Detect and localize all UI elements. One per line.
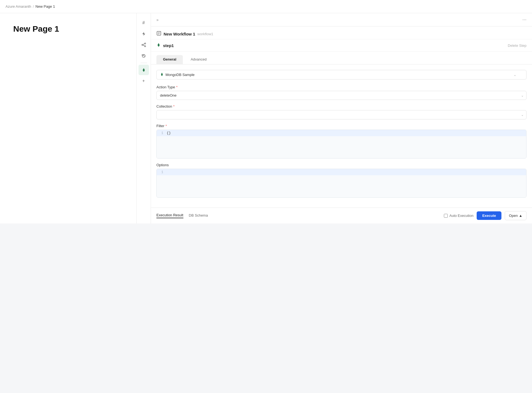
left-content: New Page 1 (0, 13, 151, 223)
icon-divider (140, 63, 147, 63)
step-left: step1 (156, 43, 174, 48)
tab-general[interactable]: General (156, 55, 183, 64)
auto-execution-checkbox[interactable] (444, 214, 448, 218)
options-line-num: 1 (157, 170, 167, 174)
action-type-field: Action Type * deleteOne deleteMany findO… (156, 85, 526, 100)
open-chevron-icon: ▲ (519, 214, 522, 218)
action-type-required: * (176, 85, 178, 89)
svg-point-1 (142, 44, 143, 45)
more-options-icon[interactable]: ··· (522, 17, 526, 23)
mongo-step-icon-btn[interactable] (139, 65, 149, 75)
breadcrumb-sep: / (33, 4, 34, 9)
right-top-bar: » ··· (151, 13, 532, 26)
filter-editor[interactable]: 1 {} (156, 130, 526, 159)
svg-line-3 (143, 44, 145, 45)
options-field: Options 1 (156, 163, 526, 198)
action-type-select[interactable]: deleteOne deleteMany findOne find insert… (156, 91, 526, 100)
collection-select[interactable] (156, 110, 526, 119)
step-name: step1 (163, 43, 174, 48)
collection-label: Collection * (156, 104, 526, 108)
filter-code-line-1: 1 {} (157, 130, 526, 136)
datasource-select[interactable]: MongoDB Sample ⌄ (156, 70, 526, 80)
svg-point-0 (145, 43, 146, 44)
action-type-select-wrapper: deleteOne deleteMany findOne find insert… (156, 91, 526, 100)
filter-field: Filter * 1 {} (156, 124, 526, 159)
workflow-header: New Workflow 1 workflow1 (151, 26, 532, 39)
icon-sidebar: # + (136, 13, 151, 223)
options-code-body[interactable] (157, 175, 526, 197)
filter-required: * (165, 124, 167, 128)
main-layout: New Page 1 # + » ··· (0, 13, 532, 223)
right-top-left: » (156, 18, 159, 22)
datasource-chevron-icon: ⌄ (514, 73, 516, 77)
breadcrumb-page: New Page 1 (36, 4, 55, 9)
history-icon-btn[interactable] (139, 51, 149, 61)
workflow-name: New Workflow 1 (164, 32, 195, 36)
hash-icon-btn[interactable]: # (139, 18, 149, 28)
options-editor[interactable]: 1 (156, 169, 526, 198)
top-bar: Azure Amaranth / New Page 1 (0, 0, 532, 13)
page-title: New Page 1 (13, 24, 137, 34)
execute-button[interactable]: Execute (477, 211, 501, 220)
bolt-icon-btn[interactable] (139, 29, 149, 39)
tab-bar: General Advanced (151, 52, 532, 64)
expand-icon[interactable]: » (156, 18, 159, 22)
workflow-id: workflow1 (197, 32, 213, 36)
action-type-label: Action Type * (156, 85, 526, 89)
right-panel: » ··· New Workflow 1 workflow1 step1 Del… (151, 13, 532, 223)
datasource-value: MongoDB Sample (165, 73, 195, 77)
bottom-bar: Execution Result DB Schema Auto Executio… (151, 208, 532, 223)
form-content: MongoDB Sample ⌄ Action Type * deleteOne… (151, 64, 532, 208)
options-label: Options (156, 163, 526, 167)
filter-code-body[interactable] (157, 136, 526, 158)
workflow-icon (156, 31, 161, 37)
tab-db-schema[interactable]: DB Schema (189, 213, 208, 218)
bottom-tabs: Execution Result DB Schema (156, 213, 208, 218)
collection-field: Collection * ⌄ (156, 104, 526, 119)
breadcrumb-app: Azure Amaranth (6, 4, 31, 9)
filter-label: Filter * (156, 124, 526, 128)
delete-step-button[interactable]: Delete Step (508, 43, 526, 48)
options-code-line-1: 1 (157, 169, 526, 175)
datasource-mongo-icon (160, 72, 164, 77)
open-button[interactable]: Open ▲ (505, 211, 526, 220)
datasource-select-wrapper: MongoDB Sample ⌄ (156, 70, 526, 80)
collection-required: * (173, 104, 175, 108)
svg-line-4 (143, 45, 145, 46)
left-panel: New Page 1 # + (0, 13, 151, 223)
collection-select-wrapper: ⌄ (156, 110, 526, 119)
auto-execution-label: Auto Execution (444, 214, 473, 218)
svg-point-2 (145, 46, 146, 47)
add-step-btn[interactable]: + (139, 76, 149, 86)
share-icon-btn[interactable] (139, 40, 149, 50)
tab-execution-result[interactable]: Execution Result (156, 213, 183, 218)
bottom-right: Auto Execution Execute Open ▲ (444, 211, 526, 220)
filter-code-content: {} (167, 131, 171, 135)
step-header: step1 Delete Step (151, 39, 532, 52)
filter-line-num: 1 (157, 131, 167, 135)
tab-advanced[interactable]: Advanced (184, 55, 213, 64)
step-mongo-icon (156, 43, 161, 48)
